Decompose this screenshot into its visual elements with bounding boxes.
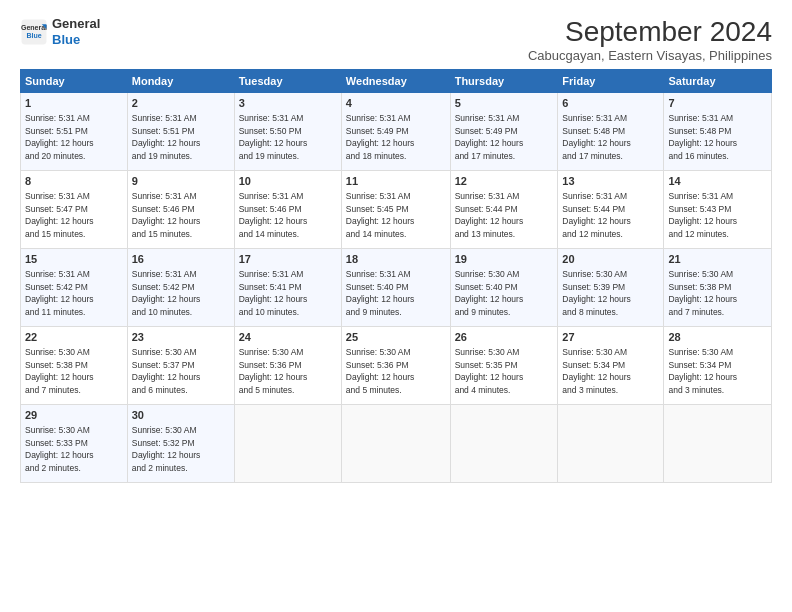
day-number: 12 [455,174,554,189]
table-row [558,405,664,483]
table-row: 25Sunrise: 5:30 AM Sunset: 5:36 PM Dayli… [341,327,450,405]
table-row: 28Sunrise: 5:30 AM Sunset: 5:34 PM Dayli… [664,327,772,405]
header-wednesday: Wednesday [341,70,450,93]
table-row [664,405,772,483]
table-row: 9Sunrise: 5:31 AM Sunset: 5:46 PM Daylig… [127,171,234,249]
table-row: 29Sunrise: 5:30 AM Sunset: 5:33 PM Dayli… [21,405,128,483]
day-info: Sunrise: 5:31 AM Sunset: 5:40 PM Dayligh… [346,269,415,317]
day-info: Sunrise: 5:31 AM Sunset: 5:42 PM Dayligh… [132,269,201,317]
day-number: 8 [25,174,123,189]
day-info: Sunrise: 5:31 AM Sunset: 5:46 PM Dayligh… [132,191,201,239]
table-row: 24Sunrise: 5:30 AM Sunset: 5:36 PM Dayli… [234,327,341,405]
table-row: 21Sunrise: 5:30 AM Sunset: 5:38 PM Dayli… [664,249,772,327]
day-number: 29 [25,408,123,423]
table-row: 22Sunrise: 5:30 AM Sunset: 5:38 PM Dayli… [21,327,128,405]
table-row: 27Sunrise: 5:30 AM Sunset: 5:34 PM Dayli… [558,327,664,405]
table-row: 8Sunrise: 5:31 AM Sunset: 5:47 PM Daylig… [21,171,128,249]
table-row: 11Sunrise: 5:31 AM Sunset: 5:45 PM Dayli… [341,171,450,249]
day-number: 20 [562,252,659,267]
table-row: 20Sunrise: 5:30 AM Sunset: 5:39 PM Dayli… [558,249,664,327]
day-number: 6 [562,96,659,111]
header-sunday: Sunday [21,70,128,93]
table-row: 5Sunrise: 5:31 AM Sunset: 5:49 PM Daylig… [450,93,558,171]
table-row: 7Sunrise: 5:31 AM Sunset: 5:48 PM Daylig… [664,93,772,171]
day-info: Sunrise: 5:31 AM Sunset: 5:48 PM Dayligh… [562,113,631,161]
table-row: 2Sunrise: 5:31 AM Sunset: 5:51 PM Daylig… [127,93,234,171]
title-block: September 2024 Cabucgayan, Eastern Visay… [528,16,772,63]
table-row [234,405,341,483]
month-title: September 2024 [528,16,772,48]
page-header: General Blue General Blue September 2024… [20,16,772,63]
table-row: 4Sunrise: 5:31 AM Sunset: 5:49 PM Daylig… [341,93,450,171]
day-number: 3 [239,96,337,111]
table-row: 23Sunrise: 5:30 AM Sunset: 5:37 PM Dayli… [127,327,234,405]
day-number: 9 [132,174,230,189]
day-info: Sunrise: 5:30 AM Sunset: 5:34 PM Dayligh… [668,347,737,395]
day-info: Sunrise: 5:31 AM Sunset: 5:45 PM Dayligh… [346,191,415,239]
table-row [341,405,450,483]
table-row: 19Sunrise: 5:30 AM Sunset: 5:40 PM Dayli… [450,249,558,327]
header-tuesday: Tuesday [234,70,341,93]
day-number: 11 [346,174,446,189]
day-number: 17 [239,252,337,267]
table-row: 18Sunrise: 5:31 AM Sunset: 5:40 PM Dayli… [341,249,450,327]
day-info: Sunrise: 5:30 AM Sunset: 5:38 PM Dayligh… [25,347,94,395]
header-saturday: Saturday [664,70,772,93]
day-number: 15 [25,252,123,267]
day-number: 5 [455,96,554,111]
header-monday: Monday [127,70,234,93]
day-info: Sunrise: 5:30 AM Sunset: 5:36 PM Dayligh… [239,347,308,395]
day-number: 7 [668,96,767,111]
day-info: Sunrise: 5:30 AM Sunset: 5:32 PM Dayligh… [132,425,201,473]
day-info: Sunrise: 5:31 AM Sunset: 5:41 PM Dayligh… [239,269,308,317]
calendar-table: Sunday Monday Tuesday Wednesday Thursday… [20,69,772,483]
logo-icon: General Blue [20,18,48,46]
table-row: 14Sunrise: 5:31 AM Sunset: 5:43 PM Dayli… [664,171,772,249]
day-info: Sunrise: 5:30 AM Sunset: 5:39 PM Dayligh… [562,269,631,317]
day-number: 23 [132,330,230,345]
day-info: Sunrise: 5:30 AM Sunset: 5:40 PM Dayligh… [455,269,524,317]
logo-text-line1: General [52,16,100,32]
day-info: Sunrise: 5:31 AM Sunset: 5:46 PM Dayligh… [239,191,308,239]
day-number: 1 [25,96,123,111]
day-info: Sunrise: 5:30 AM Sunset: 5:36 PM Dayligh… [346,347,415,395]
logo: General Blue General Blue [20,16,100,47]
table-row: 16Sunrise: 5:31 AM Sunset: 5:42 PM Dayli… [127,249,234,327]
day-info: Sunrise: 5:31 AM Sunset: 5:43 PM Dayligh… [668,191,737,239]
day-info: Sunrise: 5:31 AM Sunset: 5:48 PM Dayligh… [668,113,737,161]
svg-text:Blue: Blue [26,32,41,39]
day-number: 4 [346,96,446,111]
day-number: 25 [346,330,446,345]
table-row: 12Sunrise: 5:31 AM Sunset: 5:44 PM Dayli… [450,171,558,249]
day-number: 14 [668,174,767,189]
day-number: 2 [132,96,230,111]
day-info: Sunrise: 5:30 AM Sunset: 5:34 PM Dayligh… [562,347,631,395]
day-info: Sunrise: 5:31 AM Sunset: 5:49 PM Dayligh… [455,113,524,161]
table-row: 6Sunrise: 5:31 AM Sunset: 5:48 PM Daylig… [558,93,664,171]
day-number: 16 [132,252,230,267]
table-row: 17Sunrise: 5:31 AM Sunset: 5:41 PM Dayli… [234,249,341,327]
day-info: Sunrise: 5:31 AM Sunset: 5:47 PM Dayligh… [25,191,94,239]
calendar-header: Sunday Monday Tuesday Wednesday Thursday… [21,70,772,93]
table-row: 15Sunrise: 5:31 AM Sunset: 5:42 PM Dayli… [21,249,128,327]
day-number: 24 [239,330,337,345]
table-row: 13Sunrise: 5:31 AM Sunset: 5:44 PM Dayli… [558,171,664,249]
day-number: 13 [562,174,659,189]
day-info: Sunrise: 5:30 AM Sunset: 5:37 PM Dayligh… [132,347,201,395]
day-info: Sunrise: 5:31 AM Sunset: 5:51 PM Dayligh… [132,113,201,161]
table-row: 3Sunrise: 5:31 AM Sunset: 5:50 PM Daylig… [234,93,341,171]
day-info: Sunrise: 5:31 AM Sunset: 5:44 PM Dayligh… [562,191,631,239]
table-row: 30Sunrise: 5:30 AM Sunset: 5:32 PM Dayli… [127,405,234,483]
day-number: 19 [455,252,554,267]
day-info: Sunrise: 5:31 AM Sunset: 5:49 PM Dayligh… [346,113,415,161]
day-number: 21 [668,252,767,267]
table-row [450,405,558,483]
day-number: 18 [346,252,446,267]
day-number: 30 [132,408,230,423]
day-number: 10 [239,174,337,189]
day-info: Sunrise: 5:31 AM Sunset: 5:44 PM Dayligh… [455,191,524,239]
day-info: Sunrise: 5:31 AM Sunset: 5:42 PM Dayligh… [25,269,94,317]
day-info: Sunrise: 5:30 AM Sunset: 5:33 PM Dayligh… [25,425,94,473]
day-number: 26 [455,330,554,345]
table-row: 1Sunrise: 5:31 AM Sunset: 5:51 PM Daylig… [21,93,128,171]
